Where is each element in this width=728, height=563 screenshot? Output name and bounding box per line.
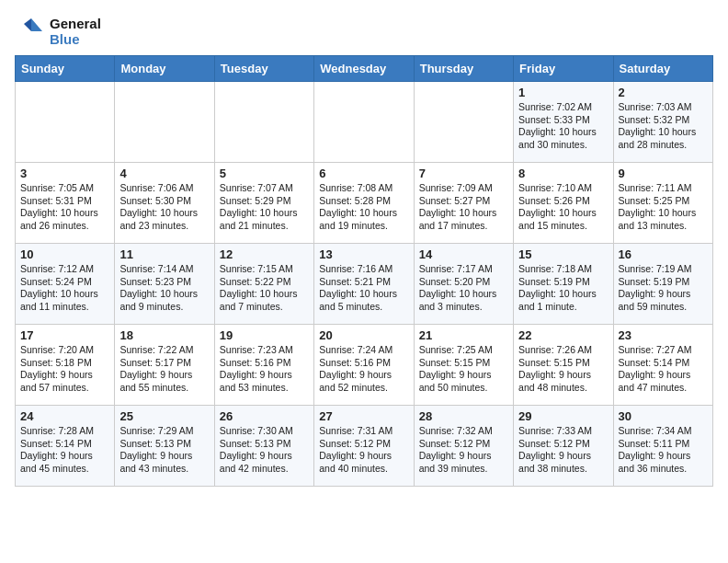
day-number: 12 [220, 247, 309, 261]
day-info: Sunset: 5:15 PM [518, 357, 608, 370]
calendar-cell: 7Sunrise: 7:09 AMSunset: 5:27 PMDaylight… [414, 163, 513, 244]
day-info: Daylight: 10 hours and 23 minutes. [119, 207, 209, 232]
day-info: Daylight: 10 hours and 3 minutes. [419, 288, 508, 313]
day-info: Daylight: 10 hours and 26 minutes. [20, 207, 109, 232]
day-info: Sunset: 5:30 PM [119, 195, 209, 208]
day-info: Sunset: 5:16 PM [220, 357, 309, 370]
day-info: Daylight: 10 hours and 9 minutes. [119, 288, 209, 313]
day-info: Sunset: 5:12 PM [419, 438, 508, 451]
day-number: 27 [319, 409, 408, 423]
day-info: Daylight: 10 hours and 1 minute. [518, 288, 608, 313]
calendar-cell: 10Sunrise: 7:12 AMSunset: 5:24 PMDayligh… [16, 244, 115, 325]
day-info: Sunrise: 7:11 AM [619, 182, 708, 195]
day-info: Sunrise: 7:20 AM [20, 344, 109, 357]
day-info: Sunrise: 7:24 AM [319, 344, 408, 357]
day-info: Sunset: 5:33 PM [518, 114, 608, 127]
day-info: Sunrise: 7:28 AM [20, 425, 109, 438]
day-info: Sunset: 5:20 PM [419, 276, 508, 289]
calendar-cell: 29Sunrise: 7:33 AMSunset: 5:12 PMDayligh… [514, 406, 613, 487]
calendar-cell [16, 82, 115, 163]
logo-flag-icon [15, 15, 48, 48]
calendar-cell: 15Sunrise: 7:18 AMSunset: 5:19 PMDayligh… [514, 244, 613, 325]
day-header-wednesday: Wednesday [314, 56, 414, 82]
day-info: Daylight: 10 hours and 11 minutes. [20, 288, 109, 313]
day-info: Sunset: 5:19 PM [619, 276, 708, 289]
day-info: Sunrise: 7:10 AM [518, 182, 608, 195]
day-info: Sunset: 5:23 PM [119, 276, 209, 289]
day-number: 26 [220, 409, 309, 423]
day-info: Sunrise: 7:31 AM [319, 425, 408, 438]
day-info: Sunrise: 7:23 AM [220, 344, 309, 357]
day-info: Sunrise: 7:12 AM [20, 263, 109, 276]
svg-marker-2 [24, 18, 31, 31]
day-info: Sunset: 5:31 PM [20, 195, 109, 208]
day-info: Sunset: 5:27 PM [419, 195, 508, 208]
day-info: Sunset: 5:19 PM [518, 276, 608, 289]
day-info: Daylight: 10 hours and 7 minutes. [220, 288, 309, 313]
day-info: Daylight: 9 hours and 38 minutes. [518, 450, 608, 475]
day-number: 2 [619, 86, 708, 99]
day-info: Daylight: 9 hours and 50 minutes. [419, 369, 508, 394]
day-info: Sunset: 5:12 PM [319, 438, 408, 451]
day-info: Sunrise: 7:06 AM [119, 182, 209, 195]
calendar-cell: 13Sunrise: 7:16 AMSunset: 5:21 PMDayligh… [314, 244, 414, 325]
day-number: 8 [518, 167, 608, 180]
day-header-thursday: Thursday [414, 56, 513, 82]
calendar-cell: 23Sunrise: 7:27 AMSunset: 5:14 PMDayligh… [613, 325, 712, 406]
day-info: Sunset: 5:12 PM [518, 438, 608, 451]
day-info: Daylight: 9 hours and 36 minutes. [619, 450, 708, 475]
day-number: 15 [518, 247, 608, 261]
day-info: Sunrise: 7:03 AM [619, 101, 708, 114]
day-info: Sunrise: 7:02 AM [518, 101, 608, 114]
day-number: 1 [518, 86, 608, 99]
day-info: Sunrise: 7:26 AM [518, 344, 608, 357]
svg-marker-1 [31, 18, 42, 31]
day-info: Sunset: 5:13 PM [220, 438, 309, 451]
calendar-cell: 17Sunrise: 7:20 AMSunset: 5:18 PMDayligh… [16, 325, 115, 406]
day-number: 20 [319, 328, 408, 342]
day-info: Daylight: 9 hours and 39 minutes. [419, 450, 508, 475]
calendar-cell: 28Sunrise: 7:32 AMSunset: 5:12 PMDayligh… [414, 406, 513, 487]
day-info: Sunrise: 7:05 AM [20, 182, 109, 195]
day-info: Sunrise: 7:27 AM [619, 344, 708, 357]
calendar-cell: 11Sunrise: 7:14 AMSunset: 5:23 PMDayligh… [115, 244, 214, 325]
day-number: 4 [119, 167, 209, 180]
day-header-friday: Friday [514, 56, 613, 82]
day-info: Sunrise: 7:09 AM [419, 182, 508, 195]
calendar-cell: 6Sunrise: 7:08 AMSunset: 5:28 PMDaylight… [314, 163, 414, 244]
calendar-cell: 24Sunrise: 7:28 AMSunset: 5:14 PMDayligh… [16, 406, 115, 487]
day-info: Sunrise: 7:16 AM [319, 263, 408, 276]
day-number: 7 [419, 167, 508, 180]
day-info: Sunset: 5:21 PM [319, 276, 408, 289]
calendar-week-5: 24Sunrise: 7:28 AMSunset: 5:14 PMDayligh… [16, 406, 713, 487]
calendar-cell [314, 82, 414, 163]
day-info: Sunrise: 7:19 AM [619, 263, 708, 276]
day-number: 3 [20, 167, 109, 180]
day-info: Sunset: 5:24 PM [20, 276, 109, 289]
day-info: Sunset: 5:14 PM [619, 357, 708, 370]
day-info: Daylight: 10 hours and 13 minutes. [619, 207, 708, 232]
day-info: Sunset: 5:15 PM [419, 357, 508, 370]
day-info: Daylight: 9 hours and 48 minutes. [518, 369, 608, 394]
day-info: Sunrise: 7:08 AM [319, 182, 408, 195]
day-info: Sunset: 5:13 PM [119, 438, 209, 451]
day-info: Sunrise: 7:29 AM [119, 425, 209, 438]
day-number: 10 [20, 247, 109, 261]
calendar-cell: 1Sunrise: 7:02 AMSunset: 5:33 PMDaylight… [514, 82, 613, 163]
day-info: Sunset: 5:18 PM [20, 357, 109, 370]
day-info: Daylight: 9 hours and 55 minutes. [119, 369, 209, 394]
day-info: Sunrise: 7:32 AM [419, 425, 508, 438]
day-number: 24 [20, 409, 109, 423]
day-info: Daylight: 10 hours and 5 minutes. [319, 288, 408, 313]
day-header-tuesday: Tuesday [214, 56, 313, 82]
day-info: Sunset: 5:29 PM [220, 195, 309, 208]
day-info: Sunrise: 7:25 AM [419, 344, 508, 357]
day-number: 22 [518, 328, 608, 342]
calendar-cell: 30Sunrise: 7:34 AMSunset: 5:11 PMDayligh… [613, 406, 712, 487]
day-info: Sunrise: 7:07 AM [220, 182, 309, 195]
day-number: 23 [619, 328, 708, 342]
calendar-week-3: 10Sunrise: 7:12 AMSunset: 5:24 PMDayligh… [16, 244, 713, 325]
day-info: Daylight: 9 hours and 53 minutes. [220, 369, 309, 394]
calendar-cell: 5Sunrise: 7:07 AMSunset: 5:29 PMDaylight… [214, 163, 313, 244]
day-info: Daylight: 10 hours and 28 minutes. [619, 126, 708, 151]
